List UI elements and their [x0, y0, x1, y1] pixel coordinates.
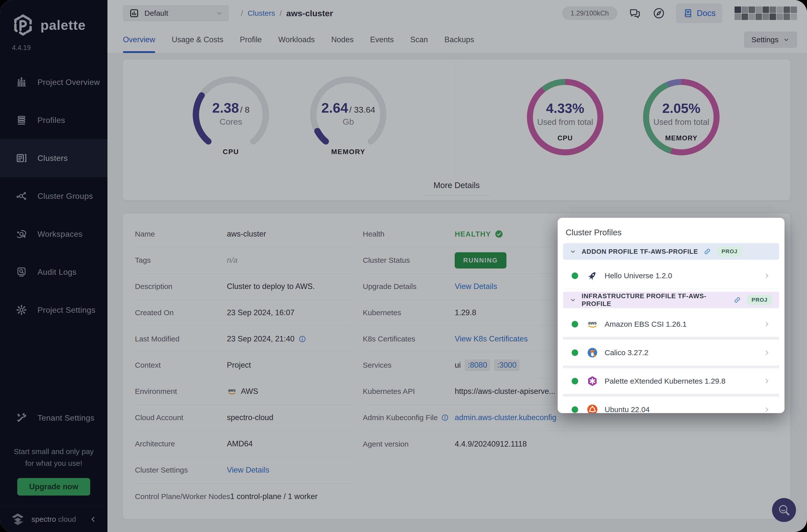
pack-name: Calico 3.27.2 — [605, 348, 763, 357]
chevron-right-icon — [763, 320, 771, 328]
pack-status-dot — [571, 378, 578, 384]
aws-logo-icon: aws — [587, 319, 598, 330]
profile-section-header-infrastructure[interactable]: INFRASTRUCTURE PROFILE TF-AWS-PROFILE PR… — [563, 292, 779, 308]
pack-status-dot — [571, 406, 578, 413]
profile-pack-row-amazon-ebs-csi-1-26-1[interactable]: aws Amazon EBS CSI 1.26.1 — [563, 311, 779, 337]
pack-name: Amazon EBS CSI 1.26.1 — [605, 320, 763, 328]
chevron-right-icon — [763, 272, 771, 280]
chevron-right-icon — [763, 377, 771, 385]
pack-status-dot — [571, 272, 578, 279]
pack-name: Palette eXtended Kubernetes 1.29.8 — [605, 377, 763, 385]
profile-pack-row-ubuntu-22-04[interactable]: Ubuntu 22.04 — [563, 397, 779, 413]
hello-universe-logo-icon — [587, 270, 598, 282]
profile-pack-row-hello-universe-1-2-0[interactable]: Hello Universe 1.2.0 — [563, 263, 779, 289]
link-icon[interactable] — [734, 296, 741, 304]
proj-badge: PROJ — [716, 246, 743, 257]
profile-section-label: ADDON PROFILE TF-AWS-PROFILE — [582, 248, 698, 255]
ubuntu-logo-icon — [587, 404, 598, 413]
svg-text:aws: aws — [588, 320, 597, 325]
pxk-logo-icon — [587, 375, 598, 387]
cluster-profiles-panel: Cluster Profiles ADDON PROFILE TF-AWS-PR… — [558, 218, 785, 413]
chevron-right-icon — [763, 349, 771, 356]
link-icon[interactable] — [703, 248, 711, 255]
profile-pack-row-palette-extended-kubernetes-1-29-8[interactable]: Palette eXtended Kubernetes 1.29.8 — [563, 368, 779, 394]
chevron-down-icon — [570, 297, 576, 303]
proj-badge: PROJ — [747, 295, 772, 305]
pack-status-dot — [571, 321, 578, 327]
cluster-profiles-title: Cluster Profiles — [566, 228, 779, 237]
pack-name: Ubuntu 22.04 — [605, 405, 763, 413]
cluster-profiles-sections: ADDON PROFILE TF-AWS-PROFILE PROJ Hello … — [563, 243, 779, 413]
profile-pack-row-calico-3-27-2[interactable]: Calico 3.27.2 — [563, 340, 779, 366]
chevron-down-icon — [570, 248, 576, 255]
profile-section-header-addon[interactable]: ADDON PROFILE TF-AWS-PROFILE PROJ — [563, 243, 779, 260]
profile-section-label: INFRASTRUCTURE PROFILE TF-AWS-PROFILE — [582, 292, 728, 308]
profile-section-body: aws Amazon EBS CSI 1.26.1 Calico 3.27.2 … — [563, 311, 779, 413]
pack-name: Hello Universe 1.2.0 — [605, 271, 763, 280]
profile-section-body: Hello Universe 1.2.0 — [563, 263, 779, 289]
app-window: palette 4.4.19 Project Overview Profiles… — [0, 0, 807, 532]
pack-status-dot — [571, 349, 578, 356]
chevron-right-icon — [763, 406, 771, 413]
calico-logo-icon — [587, 347, 598, 358]
